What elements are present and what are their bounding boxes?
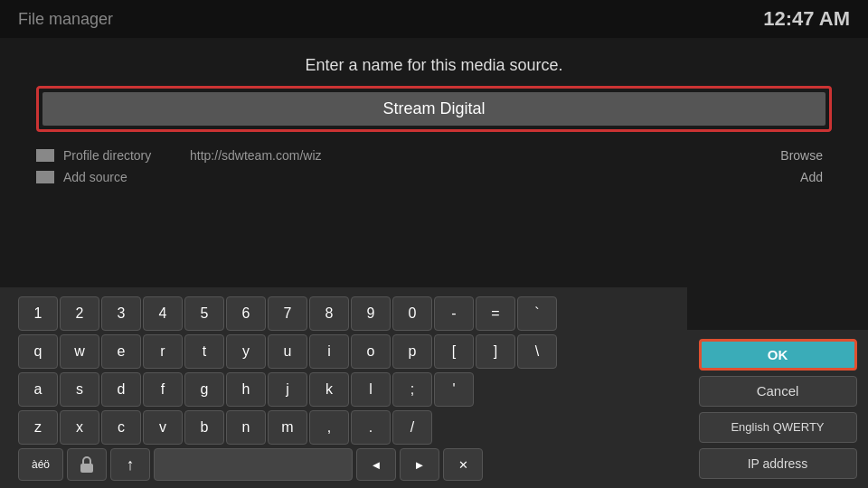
app-title: File manager [18,10,113,29]
key-right-arrow[interactable]: ► [400,448,439,481]
key-w[interactable]: w [60,334,99,369]
browse-button[interactable]: Browse [780,148,832,163]
key-h[interactable]: h [226,372,266,407]
key-x[interactable]: x [60,410,99,445]
key-r[interactable]: r [143,334,183,369]
key-shift-lock[interactable] [67,448,107,481]
key-comma[interactable]: , [309,410,349,445]
key-minus[interactable]: - [434,296,474,331]
key-row-asdf: a s d f g h j k l ; ' [18,372,669,407]
key-d[interactable]: d [101,372,141,407]
ip-address-button[interactable]: IP address [699,448,857,479]
right-panel: OK Cancel English QWERTY IP address [687,330,868,488]
key-row-numbers: 1 2 3 4 5 6 7 8 9 0 - = ` [18,296,669,331]
key-left-arrow[interactable]: ◄ [356,448,396,481]
input-wrapper [36,86,832,132]
key-backtick[interactable]: ` [517,296,557,331]
key-row-func: àéö ↑ ◄ ► ✕ [18,448,669,481]
key-equals[interactable]: = [476,296,515,331]
key-z[interactable]: z [18,410,58,445]
key-5[interactable]: 5 [184,296,224,331]
key-q[interactable]: q [18,334,58,369]
keyboard-type-button[interactable]: English QWERTY [699,412,857,443]
key-7[interactable]: 7 [268,296,307,331]
key-g[interactable]: g [184,372,224,407]
cancel-button[interactable]: Cancel [699,376,857,407]
key-4[interactable]: 4 [143,296,183,331]
fm-row-add: Add source Add [36,166,832,188]
key-s[interactable]: s [60,372,99,407]
key-0[interactable]: 0 [392,296,432,331]
key-3[interactable]: 3 [101,296,141,331]
key-u[interactable]: u [268,334,307,369]
key-a[interactable]: a [18,372,58,407]
dialog-area: Enter a name for this media source. Prof… [0,38,868,197]
key-slash[interactable]: / [392,410,432,445]
key-o[interactable]: o [351,334,391,369]
svg-rect-0 [80,464,93,473]
dialog-prompt: Enter a name for this media source. [36,56,832,75]
key-t[interactable]: t [184,334,224,369]
key-backspace[interactable]: ✕ [443,448,483,481]
profile-icon [36,149,54,162]
ok-button[interactable]: OK [699,339,857,371]
key-rbracket[interactable]: ] [476,334,515,369]
key-m[interactable]: m [268,410,307,445]
clock: 12:47 AM [763,7,850,31]
key-b[interactable]: b [184,410,224,445]
profile-url: http://sdwteam.com/wiz [190,148,780,163]
key-i[interactable]: i [309,334,349,369]
key-quote[interactable]: ' [434,372,474,407]
key-y[interactable]: y [226,334,266,369]
add-icon [36,171,54,183]
key-space[interactable] [154,448,353,481]
name-input[interactable] [42,92,826,126]
key-row-qwerty: q w e r t y u i o p [ ] \ [18,334,669,369]
key-v[interactable]: v [143,410,183,445]
key-p[interactable]: p [392,334,432,369]
key-accents[interactable]: àéö [18,448,63,481]
keyboard: 1 2 3 4 5 6 7 8 9 0 - = ` q w e r t y u … [0,287,687,488]
key-e[interactable]: e [101,334,141,369]
profile-label: Profile directory [63,148,190,163]
add-label: Add source [63,170,190,184]
key-semicolon[interactable]: ; [392,372,432,407]
key-j[interactable]: j [268,372,307,407]
key-lbracket[interactable]: [ [434,334,474,369]
key-k[interactable]: k [309,372,349,407]
key-shift[interactable]: ↑ [110,448,150,481]
key-8[interactable]: 8 [309,296,349,331]
header: File manager 12:47 AM [0,0,868,38]
key-period[interactable]: . [351,410,391,445]
key-c[interactable]: c [101,410,141,445]
key-backslash[interactable]: \ [517,334,557,369]
lock-icon [77,455,97,474]
key-row-zxcv: z x c v b n m , . / [18,410,669,445]
key-1[interactable]: 1 [18,296,58,331]
key-l[interactable]: l [351,372,391,407]
fm-row-profile: Profile directory http://sdwteam.com/wiz… [36,145,832,166]
key-6[interactable]: 6 [226,296,266,331]
key-n[interactable]: n [226,410,266,445]
key-9[interactable]: 9 [351,296,391,331]
add-button[interactable]: Add [800,170,832,184]
key-f[interactable]: f [143,372,183,407]
key-2[interactable]: 2 [60,296,99,331]
